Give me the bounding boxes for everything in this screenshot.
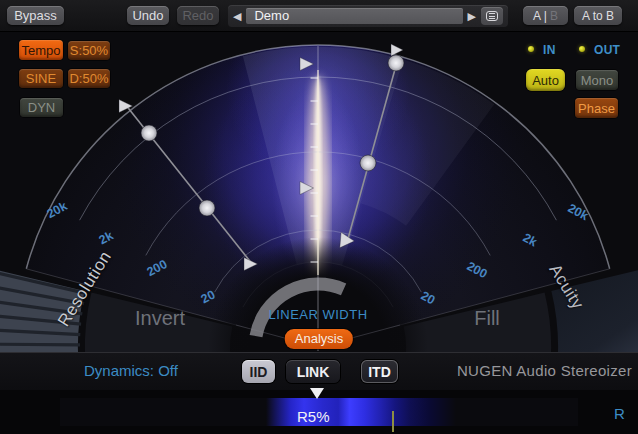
stereoizer-window: Bypass Undo Redo ◀ Demo ▶ A |B A to B Te… bbox=[0, 0, 638, 434]
analysis-button[interactable]: Analysis bbox=[285, 329, 353, 349]
tempo-button[interactable]: Tempo bbox=[19, 40, 63, 60]
handle-dot-right-inner[interactable] bbox=[360, 155, 376, 171]
handle-dot-left-outer[interactable] bbox=[141, 125, 157, 141]
bypass-button[interactable]: Bypass bbox=[7, 6, 64, 25]
undo-button[interactable]: Undo bbox=[127, 6, 169, 25]
in-led bbox=[528, 46, 534, 52]
pan-position-marker[interactable] bbox=[310, 388, 324, 399]
preset-selector: ◀ Demo ▶ bbox=[228, 5, 508, 27]
linear-width-label: LINEAR WIDTH bbox=[268, 307, 367, 322]
pan-meter-fill bbox=[266, 398, 456, 426]
a-to-b-button[interactable]: A to B bbox=[574, 6, 622, 25]
dynamics-status[interactable]: Dynamics: Off bbox=[84, 362, 178, 379]
preset-next-icon[interactable]: ▶ bbox=[468, 11, 476, 22]
invert-label[interactable]: Invert bbox=[135, 307, 185, 330]
itd-button[interactable]: ITD bbox=[361, 360, 398, 383]
pan-value: R5% bbox=[297, 408, 330, 425]
preset-list-icon bbox=[486, 11, 498, 21]
ab-b-label: B bbox=[550, 9, 558, 23]
handle-dot-left-inner[interactable] bbox=[199, 200, 215, 216]
preset-prev-icon[interactable]: ◀ bbox=[233, 11, 241, 22]
top-toolbar: Bypass Undo Redo ◀ Demo ▶ A |B A to B bbox=[0, 0, 638, 32]
out-led bbox=[579, 46, 585, 52]
fill-label[interactable]: Fill bbox=[474, 307, 500, 330]
brand-label: NUGEN Audio Stereoizer bbox=[457, 362, 632, 379]
pan-meter-cursor bbox=[392, 411, 394, 432]
auto-button[interactable]: Auto bbox=[526, 69, 565, 91]
preset-menu-button[interactable] bbox=[481, 7, 503, 25]
ab-compare-button[interactable]: A |B bbox=[523, 6, 568, 25]
out-meter-toggle[interactable]: OUT bbox=[594, 43, 620, 57]
mono-button[interactable]: Mono bbox=[576, 70, 618, 90]
dyn-button[interactable]: DYN bbox=[20, 98, 63, 117]
redo-button[interactable]: Redo bbox=[177, 6, 219, 25]
meter-right-label: R bbox=[614, 405, 625, 422]
d-amount-button[interactable]: D:50% bbox=[68, 69, 110, 88]
iid-button[interactable]: IID bbox=[242, 360, 275, 383]
sine-button[interactable]: SINE bbox=[19, 69, 63, 88]
handle-dot-right-outer[interactable] bbox=[388, 55, 404, 71]
in-meter-toggle[interactable]: IN bbox=[543, 43, 556, 57]
ab-a-label: A | bbox=[533, 9, 547, 23]
dynamics-bar: Dynamics: Off IID LINK ITD NUGEN Audio S… bbox=[0, 352, 638, 390]
preset-name-field[interactable]: Demo bbox=[246, 8, 462, 24]
link-button[interactable]: LINK bbox=[286, 360, 340, 383]
phase-button[interactable]: Phase bbox=[575, 98, 618, 118]
s-amount-button[interactable]: S:50% bbox=[68, 41, 110, 60]
